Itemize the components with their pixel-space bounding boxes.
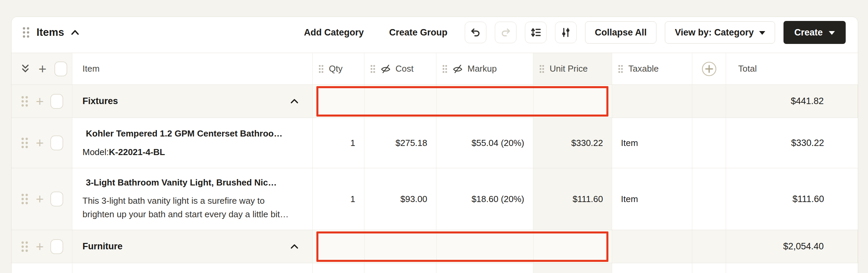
add-item-icon[interactable]: +	[36, 192, 44, 206]
column-drag-handle-icon[interactable]	[318, 64, 324, 74]
taxable-cell-empty[interactable]	[612, 85, 692, 118]
caret-down-icon	[759, 31, 765, 35]
header-controls-cell: +	[11, 53, 72, 84]
column-label: Item	[82, 64, 100, 74]
item-row-kohler: + Kohler Tempered 1.2 GPM Centerset Bath…	[11, 118, 858, 168]
create-label: Create	[794, 27, 823, 38]
qty-value: 1	[351, 194, 355, 204]
add-column-cell	[692, 85, 726, 118]
items-card: Items Add Category Create Group	[11, 17, 858, 273]
markup-cell[interactable]: $18.60 (20%)	[436, 168, 533, 230]
add-item-icon[interactable]: +	[36, 136, 44, 150]
column-label: Total	[738, 64, 757, 74]
eye-off-icon[interactable]	[381, 64, 391, 74]
required-fields-highlight[interactable]	[316, 231, 608, 262]
collapse-section-chevron-up-icon[interactable]	[70, 29, 80, 36]
category-total: $2,054.40	[783, 241, 824, 252]
create-group-button[interactable]: Create Group	[384, 27, 452, 38]
column-header-cost: Cost	[364, 53, 436, 84]
row-controls-cell: +	[11, 230, 72, 263]
taxable-cell-empty[interactable]	[612, 230, 692, 263]
row-drag-handle-icon[interactable]	[20, 136, 29, 149]
create-button[interactable]: Create	[783, 21, 846, 44]
category-name-cell[interactable]: Furniture	[72, 230, 313, 263]
item-total-cell	[726, 263, 858, 273]
item-name-cell[interactable]	[72, 263, 313, 273]
markup-cell[interactable]	[436, 263, 533, 273]
filter-sliders-button[interactable]	[555, 22, 577, 43]
column-label: Taxable	[628, 64, 659, 74]
select-all-checkbox[interactable]	[54, 61, 67, 76]
collapse-category-chevron-up-icon[interactable]	[290, 98, 299, 104]
row-controls-cell	[11, 263, 72, 273]
qty-cell[interactable]	[313, 263, 364, 273]
row-drag-handle-icon[interactable]	[20, 193, 29, 205]
caret-down-icon	[829, 31, 835, 35]
items-table: + Item Qty	[11, 53, 858, 273]
model-label: Model:	[82, 147, 109, 157]
column-header-unit-price: Unit Price	[533, 53, 612, 84]
required-fields-highlight[interactable]	[316, 86, 608, 117]
eye-off-icon[interactable]	[453, 64, 463, 74]
unit-price-cell[interactable]: $330.22	[533, 118, 612, 168]
add-column-plus-circle-icon[interactable]	[701, 61, 717, 77]
collapse-all-button[interactable]: Collapse All	[585, 21, 657, 44]
unit-price-cell[interactable]	[533, 263, 612, 273]
unit-price-value: $111.60	[573, 194, 603, 204]
section-drag-handle-icon[interactable]	[22, 26, 30, 39]
category-name: Fixtures	[82, 96, 290, 106]
taxable-cell[interactable]: Item	[612, 118, 692, 168]
view-by-label: View by: Category	[675, 27, 754, 38]
category-row-furniture: + Furniture $2,054.40	[11, 230, 858, 263]
markup-cell[interactable]: $55.04 (20%)	[436, 118, 533, 168]
cost-cell[interactable]: $93.00	[364, 168, 436, 230]
view-by-dropdown[interactable]: View by: Category	[665, 21, 775, 44]
item-title: Kohler Tempered 1.2 GPM Centerset Bathro…	[82, 128, 302, 139]
category-name-cell[interactable]: Fixtures	[72, 85, 313, 118]
row-controls-cell: +	[11, 168, 72, 230]
markup-value: $18.60 (20%)	[472, 194, 524, 204]
column-header-item: Item	[72, 53, 313, 84]
column-drag-handle-icon[interactable]	[442, 64, 448, 74]
collapse-category-chevron-up-icon[interactable]	[290, 244, 299, 250]
qty-value: 1	[351, 138, 355, 148]
add-item-icon[interactable]: +	[36, 95, 44, 108]
column-drag-handle-icon[interactable]	[539, 64, 545, 74]
row-checkbox[interactable]	[50, 94, 63, 109]
redo-button[interactable]	[495, 22, 516, 43]
unit-price-value: $330.22	[571, 138, 603, 148]
row-drag-handle-icon[interactable]	[20, 240, 29, 253]
column-label: Markup	[467, 64, 497, 74]
unit-price-cell[interactable]: $111.60	[533, 168, 612, 230]
item-name-cell[interactable]: 3-Light Bathroom Vanity Light, Brushed N…	[72, 168, 313, 230]
taxable-value: Item	[621, 138, 638, 148]
cost-cell[interactable]	[364, 263, 436, 273]
add-row-icon[interactable]: +	[39, 62, 46, 76]
row-checkbox[interactable]	[50, 192, 63, 206]
qty-cell[interactable]: 1	[313, 168, 364, 230]
undo-button[interactable]	[465, 22, 486, 43]
collapse-all-label: Collapse All	[595, 27, 647, 38]
row-checkbox[interactable]	[50, 239, 63, 254]
row-height-button[interactable]	[525, 22, 547, 43]
column-drag-handle-icon[interactable]	[370, 64, 376, 74]
table-row-partial	[11, 263, 858, 273]
taxable-cell[interactable]: Item	[612, 168, 692, 230]
expand-all-double-chevron-icon[interactable]	[20, 64, 30, 74]
table-header-row: + Item Qty	[11, 53, 858, 85]
add-column-cell	[692, 230, 726, 263]
row-drag-handle-icon[interactable]	[20, 95, 29, 108]
add-category-button[interactable]: Add Category	[299, 27, 368, 38]
cost-value: $93.00	[400, 194, 427, 204]
qty-cell[interactable]: 1	[313, 118, 364, 168]
item-model: Model:K-22021-4-BL	[82, 147, 302, 157]
item-name-cell[interactable]: Kohler Tempered 1.2 GPM Centerset Bathro…	[72, 118, 313, 168]
add-column-cell	[692, 53, 726, 84]
cost-cell[interactable]: $275.18	[364, 118, 436, 168]
row-checkbox[interactable]	[50, 135, 63, 150]
column-header-taxable: Taxable	[612, 53, 692, 84]
column-drag-handle-icon[interactable]	[618, 64, 624, 74]
add-item-icon[interactable]: +	[36, 240, 44, 253]
category-total: $441.82	[791, 96, 824, 106]
taxable-cell[interactable]	[612, 263, 692, 273]
